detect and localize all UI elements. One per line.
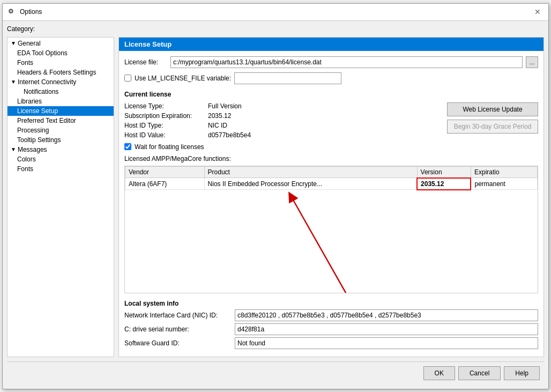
expand-icon-general: ▼: [11, 40, 16, 46]
ampp-label: Licensed AMPP/MegaCore functions:: [124, 155, 538, 162]
host-id-value: d0577be8b5e4: [208, 131, 251, 139]
sidebar-item-notifications[interactable]: Notifications: [8, 87, 114, 97]
sidebar-item-general[interactable]: ▼ General: [8, 39, 114, 48]
expand-icon-internet: ▼: [11, 79, 16, 85]
ampp-table: Vendor Product Version Expiratio: [125, 166, 538, 190]
sidebar-item-libraries[interactable]: Libraries: [8, 97, 114, 106]
sidebar-item-label-preferred: Preferred Text Editor: [17, 117, 76, 124]
category-label: Category:: [7, 25, 544, 33]
sidebar-item-fonts[interactable]: Fonts: [8, 58, 114, 68]
license-file-label: License file:: [124, 58, 167, 66]
title-bar: ⚙ Options ✕: [3, 4, 548, 21]
sidebar-item-label-colors: Colors: [17, 156, 36, 163]
lm-license-label: Use LM_LICENSE_FILE variable:: [135, 75, 231, 82]
sidebar-item-label-fonts: Fonts: [17, 59, 33, 66]
cancel-button[interactable]: Cancel: [458, 366, 501, 380]
host-id-value-label: Host ID Value:: [124, 131, 205, 139]
window-title: Options: [20, 8, 42, 16]
sidebar-item-label-headers: Headers & Footers Settings: [17, 69, 96, 76]
grace-period-btn[interactable]: Begin 30-day Grace Period: [447, 120, 538, 134]
software-guard-input[interactable]: [235, 337, 538, 349]
col-version: Version: [417, 166, 471, 178]
table-wrapper: Vendor Product Version Expiratio: [124, 166, 538, 293]
title-bar-left: ⚙ Options: [8, 8, 42, 16]
nic-id-input[interactable]: [235, 309, 538, 321]
sidebar-item-label-license: License Setup: [17, 107, 58, 115]
sidebar-item-fonts2[interactable]: Fonts: [8, 164, 114, 174]
drive-serial-label: C: drive serial number:: [124, 326, 232, 333]
sidebar-item-messages[interactable]: ▼ Messages: [8, 145, 114, 154]
product-cell: Nios II Embedded Processor Encrypte...: [204, 178, 417, 190]
lm-license-input[interactable]: [234, 72, 341, 84]
sidebar-item-label-general: General: [18, 40, 41, 47]
help-button[interactable]: Help: [504, 366, 540, 380]
sidebar-item-license-setup[interactable]: License Setup: [8, 106, 114, 116]
window-body: Category: ▼ General EDA Tool Options Fon…: [3, 21, 548, 389]
sidebar-item-label-messages: Messages: [18, 146, 47, 153]
host-id-value-row: Host ID Value: d0577be8b5e4: [124, 131, 436, 139]
subscription-value: 2035.12: [208, 112, 231, 120]
window-icon: ⚙: [8, 8, 17, 16]
sidebar-item-tooltip-settings[interactable]: Tooltip Settings: [8, 135, 114, 145]
wait-floating-label: Wait for floating licenses: [135, 143, 204, 151]
sidebar-item-label-processing: Processing: [17, 127, 49, 134]
license-fields: License Type: Full Version Subscription …: [124, 102, 436, 151]
lm-license-row: Use LM_LICENSE_FILE variable:: [124, 72, 538, 84]
wait-floating-checkbox[interactable]: [124, 143, 131, 150]
footer-buttons: OK Cancel Help: [7, 361, 544, 384]
nic-id-label: Network Interface Card (NIC) ID:: [124, 312, 232, 319]
sidebar-item-processing[interactable]: Processing: [8, 125, 114, 135]
local-system-section: Local system info Network Interface Card…: [124, 300, 538, 351]
license-buttons: Web License Update Begin 30-day Grace Pe…: [447, 102, 538, 151]
software-guard-row: Software Guard ID:: [124, 337, 538, 349]
sidebar-item-label-fonts2: Fonts: [17, 165, 33, 173]
sidebar-item-internet-connectivity[interactable]: ▼ Internet Connectivity: [8, 77, 114, 87]
local-system-title: Local system info: [124, 300, 538, 307]
panel-header: License Setup: [119, 38, 543, 51]
sidebar-item-preferred-text-editor[interactable]: Preferred Text Editor: [8, 116, 114, 125]
col-vendor: Vendor: [125, 166, 205, 178]
sidebar-item-label-libraries: Libraries: [17, 98, 42, 105]
browse-button[interactable]: ...: [526, 56, 538, 68]
lm-license-checkbox[interactable]: [124, 75, 131, 82]
table-scroll[interactable]: Vendor Product Version Expiratio: [125, 166, 538, 293]
sidebar-item-colors[interactable]: Colors: [8, 154, 114, 164]
table-row: Altera (6AF7) Nios II Embedded Processor…: [125, 178, 538, 190]
license-file-input[interactable]: [170, 56, 523, 68]
license-file-row: License file: ...: [124, 56, 538, 68]
sidebar: ▼ General EDA Tool Options Fonts Headers…: [7, 37, 114, 357]
drive-serial-input[interactable]: [235, 323, 538, 335]
sidebar-item-label-internet: Internet Connectivity: [18, 78, 76, 86]
vendor-cell: Altera (6AF7): [125, 178, 205, 190]
expiration-cell: permanent: [471, 178, 537, 190]
subscription-row: Subscription Expiration: 2035.12: [124, 112, 436, 120]
host-id-type-value: NIC ID: [208, 122, 227, 129]
license-type-label: License Type:: [124, 102, 205, 110]
wait-floating-row: Wait for floating licenses: [124, 143, 436, 151]
main-content: ▼ General EDA Tool Options Fonts Headers…: [7, 37, 544, 357]
nic-id-row: Network Interface Card (NIC) ID:: [124, 309, 538, 321]
drive-serial-row: C: drive serial number:: [124, 323, 538, 335]
sidebar-item-eda-tool-options[interactable]: EDA Tool Options: [8, 48, 114, 58]
panel-body: License file: ... Use LM_LICENSE_FILE va…: [119, 51, 543, 357]
close-button[interactable]: ✕: [532, 6, 543, 17]
web-license-btn[interactable]: Web License Update: [447, 102, 538, 116]
current-license-title: Current license: [124, 91, 538, 98]
sidebar-item-label-eda: EDA Tool Options: [17, 49, 68, 57]
version-cell: 2035.12: [417, 178, 471, 190]
options-window: ⚙ Options ✕ Category: ▼ General EDA Tool…: [2, 3, 549, 389]
sidebar-item-label-tooltip: Tooltip Settings: [17, 136, 61, 144]
license-type-value: Full Version: [208, 102, 242, 110]
host-id-type-label: Host ID Type:: [124, 122, 205, 129]
license-type-row: License Type: Full Version: [124, 102, 436, 110]
host-id-type-row: Host ID Type: NIC ID: [124, 122, 436, 129]
expand-icon-messages: ▼: [11, 146, 16, 152]
software-guard-label: Software Guard ID:: [124, 339, 232, 347]
license-info: License Type: Full Version Subscription …: [124, 102, 538, 151]
subscription-label: Subscription Expiration:: [124, 112, 205, 120]
right-panel: License Setup License file: ... Use LM_L…: [118, 37, 544, 357]
ampp-section: Licensed AMPP/MegaCore functions: Vendor…: [124, 155, 538, 293]
sidebar-item-headers-footers[interactable]: Headers & Footers Settings: [8, 68, 114, 77]
ok-button[interactable]: OK: [423, 366, 455, 380]
sidebar-item-label-notifications: Notifications: [24, 88, 58, 95]
